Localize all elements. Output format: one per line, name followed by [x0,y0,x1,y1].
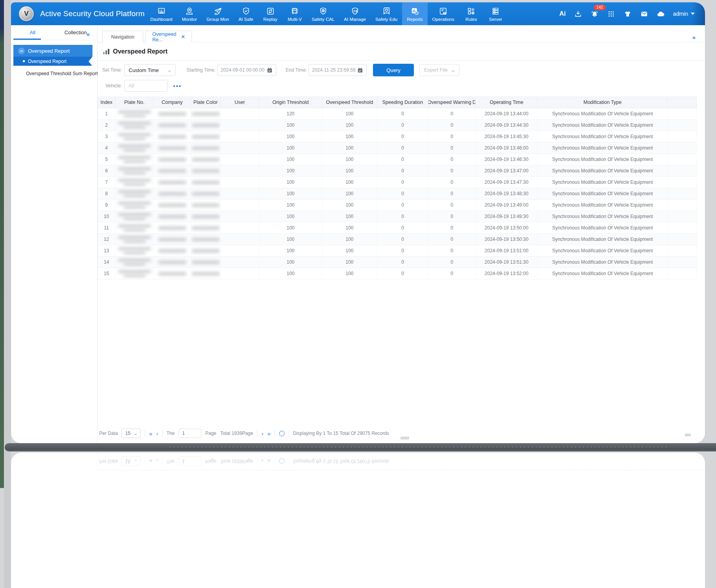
table-row[interactable]: 4 100 100 0 0 2024-09-19 13:46:00 Synchr… [98,142,697,154]
mail-icon[interactable] [640,10,648,18]
download-icon[interactable] [574,10,582,18]
starting-time-input[interactable]: 2024-09-01 00:00:00 [217,64,276,76]
nav-item-group-mon[interactable]: Group Mon [202,2,234,25]
table-row[interactable]: 1 120 100 0 0 2024-09-19 13:44:00 Synchr… [98,108,697,120]
plate-color-redacted [191,222,221,233]
sidebar-item-overspeed-threshold-sum-report[interactable]: Overspeed Threshold Sum Report [13,70,92,78]
table-row[interactable]: 15 100 100 0 0 2024-09-19 13:52:00 Synch… [98,268,697,279]
plate-no-redacted [115,108,154,119]
vehicle-more-button[interactable]: ••• [173,80,182,92]
user-cell [221,108,259,119]
loading-spinner-icon [279,459,285,464]
nav-item-safety-cal[interactable]: Safety CAL [307,2,339,25]
dashboard-icon [157,7,166,16]
table-row[interactable]: 12 100 100 0 0 2024-09-19 13:50:30 Synch… [98,234,697,245]
page-number-input[interactable]: 1 [179,457,201,466]
tab-navigation[interactable]: Navigation [102,31,143,43]
alarm-bell-icon[interactable]: 142 [591,10,599,18]
nav-item-reports[interactable]: Reports [402,2,427,25]
vehicle-label: Vehicle: [98,80,122,92]
close-icon[interactable]: ✕ [181,34,185,40]
collapse-sidebar-icon[interactable]: « [87,31,90,37]
sidebar-group-overspeed-report[interactable]: Overspeed Report [13,45,92,57]
table-row[interactable]: 10 100 100 0 0 2024-09-19 13:49:30 Synch… [98,211,697,222]
document-tabstrip: Navigation Overspeed Re... ✕ [98,25,705,43]
prev-page-icon[interactable]: ‹ [156,431,158,436]
nav-item-multi-v[interactable]: Multi-V [282,2,307,25]
table-row[interactable]: 6 100 100 0 0 2024-09-19 13:47:00 Synchr… [98,165,697,177]
table-header-row: Index Plate No. Company Plate Color User… [98,96,697,108]
query-button[interactable]: Query [373,64,414,76]
vehicle-input[interactable]: All [124,80,168,92]
nav-item-server[interactable]: Server [483,2,508,25]
calendar-icon[interactable] [357,67,363,73]
sidebar-item-overspeed-report[interactable]: Overspeed Report [13,57,92,66]
first-page-icon[interactable]: « [149,431,152,436]
table-row[interactable]: 14 100 100 0 0 2024-09-19 13:51:30 Synch… [98,257,697,268]
total-pages-label: Total 1939Page [220,431,253,436]
user-name: admin [673,11,688,17]
table-row[interactable]: 7 100 100 0 0 2024-09-19 13:47:30 Synchr… [98,177,697,188]
rules-icon [467,7,476,16]
end-time-input[interactable]: 2024-11-25 23:59:59 [308,64,367,76]
ai-assistant-icon[interactable]: Ai [559,10,566,17]
table-row[interactable]: 11 100 100 0 0 2024-09-19 13:50:00 Synch… [98,222,697,234]
window-base-bar [5,443,716,451]
cloud-icon[interactable] [657,10,665,18]
company-redacted [154,200,191,211]
plate-color-redacted [191,245,221,256]
nav-item-replay[interactable]: Replay [258,2,282,25]
send-icon [213,7,222,16]
nav-item-dashboard[interactable]: Dashboard [146,2,177,25]
table-row[interactable]: 8 100 100 0 0 2024-09-19 13:48:30 Synchr… [98,188,697,200]
user-cell [221,142,259,153]
per-data-select[interactable]: 15 ⌄ [122,429,141,438]
map-pin-icon [185,7,194,16]
tab-overspeed-report[interactable]: Overspeed Re... ✕ [146,31,192,43]
shirt-icon[interactable] [624,10,632,18]
sel-time-label: Sel Time: [98,64,122,76]
content-area: « » Navigation Overspeed Re... ✕ Overspe… [98,25,705,443]
calendar-icon[interactable] [267,67,273,73]
table-body: 1 120 100 0 0 2024-09-19 13:44:00 Synchr… [98,108,697,279]
divider [275,458,275,465]
resize-handle[interactable] [685,434,691,437]
nav-item-ai-safe[interactable]: AI Safe [234,2,258,25]
table-row[interactable]: 9 100 100 0 0 2024-09-19 13:49:00 Synchr… [98,200,697,211]
table-row[interactable]: 2 100 100 0 0 2024-09-19 13:44:30 Synchr… [98,120,697,131]
apps-grid-icon[interactable] [607,10,615,18]
table-row[interactable]: 3 100 100 0 0 2024-09-19 13:45:30 Synchr… [98,131,697,142]
sidebar-tab-all[interactable]: All [11,25,54,40]
last-page-icon[interactable]: » [267,459,270,464]
table-row[interactable]: 5 100 100 0 0 2024-09-19 13:46:30 Synchr… [98,154,697,165]
nav-item-monitor[interactable]: Monitor [177,2,201,25]
last-page-icon[interactable]: » [267,431,270,436]
nav-item-ai-manage[interactable]: AI Manage [339,2,371,25]
table-row[interactable]: 13 100 100 0 0 2024-09-19 13:51:00 Synch… [98,245,697,257]
plate-color-redacted [191,177,221,188]
company-redacted [154,177,191,188]
next-page-icon[interactable]: › [261,459,263,464]
per-data-select[interactable]: 15 ⌄ [122,457,141,466]
prev-page-icon[interactable]: ‹ [156,459,158,464]
first-page-icon[interactable]: « [149,459,152,464]
app-title: Active Security Cloud Platform [40,2,145,25]
user-menu[interactable]: admin [673,11,695,17]
export-file-button[interactable]: Export File ⌄ [419,64,459,76]
bus-icon [290,7,299,16]
starting-time-label: Starting Time: [180,64,216,76]
divider [275,430,275,437]
sel-time-select[interactable]: Custom Time ⌄ [124,64,175,76]
pagination-bar: Per Data 15 ⌄ « ‹ The 1 Page Total 1939P… [99,455,689,468]
nav-item-operations[interactable]: Operations [428,2,459,25]
sidebar-tab-collection[interactable]: Collection [54,25,98,40]
user-cell [221,165,259,176]
page-number-input[interactable]: 1 [179,429,201,438]
nav-item-safety-edu[interactable]: Safety Edu [371,2,402,25]
nav-item-rules[interactable]: Rules [459,2,483,25]
plate-color-redacted [191,142,221,153]
splitter-handle[interactable] [400,437,409,440]
next-page-icon[interactable]: › [261,431,263,436]
user-cell [221,211,259,222]
user-cell [221,177,259,188]
